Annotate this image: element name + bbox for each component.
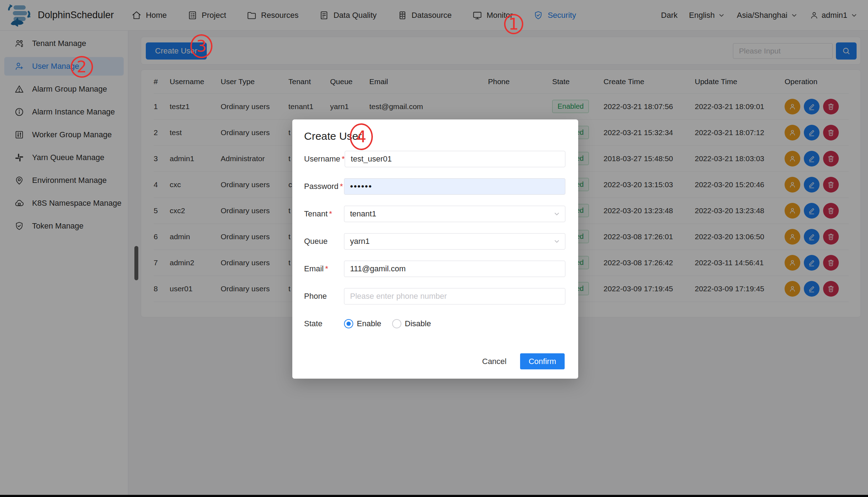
username-row: Username*: [304, 151, 565, 167]
create-user-modal: Create User Username* Password* Tenant* …: [292, 119, 578, 379]
required-asterisk: *: [340, 182, 343, 191]
email-row: Email*: [304, 261, 565, 277]
username-field[interactable]: [345, 151, 565, 167]
confirm-button[interactable]: Confirm: [520, 353, 565, 369]
queue-row: Queue yarn1: [304, 233, 565, 250]
required-asterisk: *: [325, 264, 328, 273]
required-asterisk: *: [341, 154, 345, 163]
create-user-form: Username* Password* Tenant* tenant1 Queu…: [304, 151, 565, 343]
cancel-button[interactable]: Cancel: [482, 357, 507, 366]
radio-selected-icon: [344, 319, 353, 328]
phone-field[interactable]: [344, 288, 565, 304]
state-radio-group: Enable Disable: [344, 319, 431, 328]
radio-unselected-icon: [392, 319, 401, 328]
phone-row: Phone: [304, 288, 565, 304]
chevron-down-icon: [553, 237, 561, 245]
modal-title: Create User: [304, 130, 362, 142]
chevron-down-icon: [553, 210, 561, 218]
password-field[interactable]: [344, 178, 565, 195]
state-radio-enable[interactable]: Enable: [344, 319, 381, 328]
state-row: State Enable Disable: [304, 316, 565, 332]
queue-select[interactable]: yarn1: [344, 233, 565, 250]
tenant-select[interactable]: tenant1: [344, 206, 565, 222]
modal-footer: Cancel Confirm: [482, 353, 565, 369]
state-radio-disable[interactable]: Disable: [392, 319, 431, 328]
tenant-row: Tenant* tenant1: [304, 206, 565, 222]
password-row: Password*: [304, 178, 565, 195]
email-field[interactable]: [344, 261, 565, 277]
required-asterisk: *: [329, 209, 332, 218]
